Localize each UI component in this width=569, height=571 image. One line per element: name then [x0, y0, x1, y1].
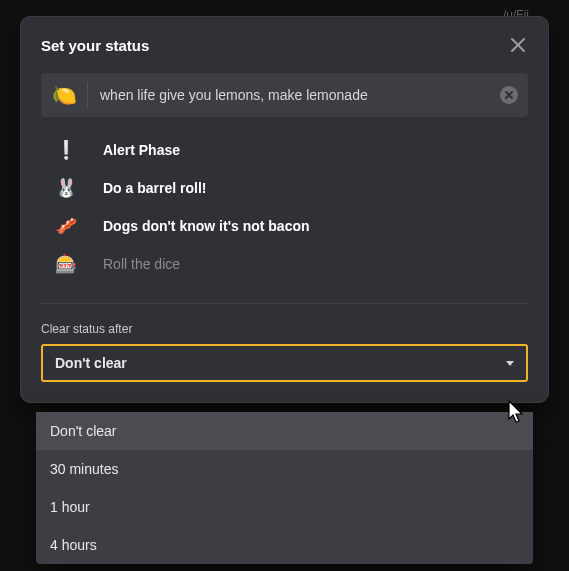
suggestion-emoji-icon: ❕ [53, 139, 79, 161]
status-suggestion[interactable]: 🥓Dogs don't know it's not bacon [45, 207, 524, 245]
clear-after-label: Clear status after [41, 322, 528, 336]
clear-after-option[interactable]: 30 minutes [36, 450, 533, 488]
status-suggestions: ❕Alert Phase🐰Do a barrel roll!🥓Dogs don'… [41, 117, 528, 289]
close-icon [511, 38, 525, 52]
status-suggestion[interactable]: 🎰Roll the dice [45, 245, 524, 283]
status-input-row: 🍋 [41, 73, 528, 117]
close-icon [505, 91, 513, 99]
suggestion-emoji-icon: 🎰 [53, 253, 79, 275]
clear-after-dropdown: Don't clear30 minutes1 hour4 hours [36, 412, 533, 564]
status-suggestion[interactable]: ❕Alert Phase [45, 131, 524, 169]
suggestion-label: Roll the dice [103, 256, 180, 272]
divider [41, 303, 528, 304]
status-suggestion[interactable]: 🐰Do a barrel roll! [45, 169, 524, 207]
clear-after-option[interactable]: 4 hours [36, 526, 533, 564]
modal-body: 🍋 ❕Alert Phase🐰Do a barrel roll!🥓Dogs do… [21, 69, 548, 402]
close-button[interactable] [508, 35, 528, 55]
suggestion-label: Do a barrel roll! [103, 180, 206, 196]
modal-title: Set your status [41, 37, 149, 54]
clear-after-option[interactable]: Don't clear [36, 412, 533, 450]
suggestion-emoji-icon: 🐰 [53, 177, 79, 199]
clear-input-button[interactable] [500, 86, 518, 104]
suggestion-label: Dogs don't know it's not bacon [103, 218, 310, 234]
clear-after-selected-value: Don't clear [55, 355, 127, 371]
chevron-down-icon [506, 361, 514, 366]
suggestion-emoji-icon: 🥓 [53, 215, 79, 237]
emoji-picker-button[interactable]: 🍋 [41, 83, 87, 107]
modal-header: Set your status [21, 17, 548, 69]
suggestion-label: Alert Phase [103, 142, 180, 158]
clear-after-select[interactable]: Don't clear [41, 344, 528, 382]
clear-after-option[interactable]: 1 hour [36, 488, 533, 526]
status-text-input[interactable] [88, 73, 500, 117]
status-modal: Set your status 🍋 ❕Alert Phase🐰Do a barr… [20, 16, 549, 403]
